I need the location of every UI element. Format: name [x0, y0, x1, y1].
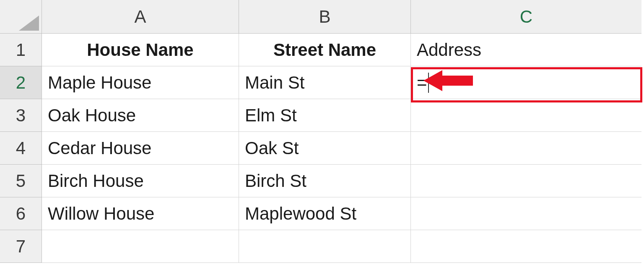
cell-A5[interactable]: Birch House: [42, 165, 239, 197]
cell-C1[interactable]: Address: [411, 34, 641, 66]
cell-B4[interactable]: Oak St: [239, 132, 411, 165]
cell-A1[interactable]: House Name: [42, 34, 239, 66]
active-cell-value: =: [417, 73, 427, 93]
row-header-4[interactable]: 4: [0, 132, 42, 165]
cell-B1[interactable]: Street Name: [239, 34, 411, 66]
cell-C2[interactable]: =: [411, 66, 641, 99]
select-all-triangle-icon: [19, 16, 39, 31]
row-header-6[interactable]: 6: [0, 197, 42, 230]
text-caret-icon: [428, 73, 429, 93]
callout-arrow-icon: [423, 68, 474, 97]
cell-C5[interactable]: [411, 165, 641, 197]
svg-marker-0: [423, 70, 473, 91]
cell-C3[interactable]: [411, 99, 641, 132]
cell-A7[interactable]: [42, 230, 239, 263]
col-header-A[interactable]: A: [42, 0, 239, 34]
cell-A3[interactable]: Oak House: [42, 99, 239, 132]
cell-B6[interactable]: Maplewood St: [239, 197, 411, 230]
row-header-7[interactable]: 7: [0, 230, 42, 263]
spreadsheet-grid: A B C 1 House Name Street Name Address 2…: [0, 0, 644, 263]
cell-B7[interactable]: [239, 230, 411, 263]
cell-B2[interactable]: Main St: [239, 66, 411, 99]
cell-B5[interactable]: Birch St: [239, 165, 411, 197]
cell-A2[interactable]: Maple House: [42, 66, 239, 99]
row-header-3[interactable]: 3: [0, 99, 42, 132]
cell-C7[interactable]: [411, 230, 641, 263]
select-all-corner[interactable]: [0, 0, 42, 34]
cell-B3[interactable]: Elm St: [239, 99, 411, 132]
row-header-5[interactable]: 5: [0, 165, 42, 197]
cell-A4[interactable]: Cedar House: [42, 132, 239, 165]
cell-A6[interactable]: Willow House: [42, 197, 239, 230]
cell-C4[interactable]: [411, 132, 641, 165]
col-header-C[interactable]: C: [411, 0, 641, 34]
row-header-1[interactable]: 1: [0, 34, 42, 66]
cell-C6[interactable]: [411, 197, 641, 230]
row-header-2[interactable]: 2: [0, 66, 42, 99]
col-header-B[interactable]: B: [239, 0, 411, 34]
